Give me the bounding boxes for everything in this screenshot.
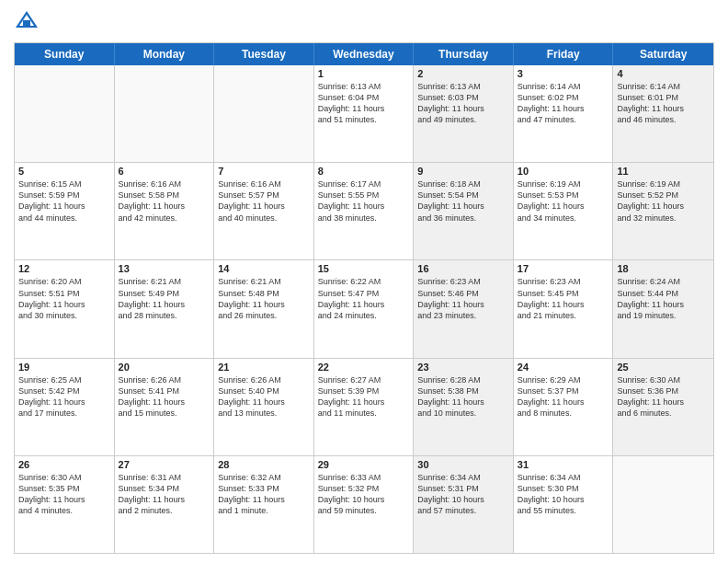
logo [14, 9, 43, 35]
day-of-week-saturday: Saturday [613, 43, 713, 65]
day-info: Sunrise: 6:34 AM Sunset: 5:31 PM Dayligh… [417, 472, 509, 517]
day-number: 5 [18, 166, 110, 177]
day-number: 28 [218, 459, 310, 470]
day-number: 6 [119, 166, 210, 177]
day-cell-19: 19Sunrise: 6:25 AM Sunset: 5:42 PM Dayli… [15, 359, 115, 455]
day-number: 26 [18, 459, 110, 470]
day-cell-24: 24Sunrise: 6:29 AM Sunset: 5:37 PM Dayli… [514, 359, 614, 455]
day-of-week-wednesday: Wednesday [314, 43, 415, 65]
day-info: Sunrise: 6:14 AM Sunset: 6:01 PM Dayligh… [617, 81, 710, 126]
day-number: 8 [318, 166, 410, 177]
day-info: Sunrise: 6:31 AM Sunset: 5:34 PM Dayligh… [119, 472, 210, 517]
day-info: Sunrise: 6:17 AM Sunset: 5:55 PM Dayligh… [318, 178, 410, 224]
day-cell-30: 30Sunrise: 6:34 AM Sunset: 5:31 PM Dayli… [414, 456, 514, 553]
day-number: 21 [218, 362, 310, 373]
empty-cell-0-2 [214, 65, 314, 162]
empty-cell-0-1 [115, 65, 215, 162]
day-info: Sunrise: 6:13 AM Sunset: 6:04 PM Dayligh… [318, 81, 410, 126]
day-number: 24 [518, 362, 609, 373]
header [14, 9, 714, 35]
day-info: Sunrise: 6:30 AM Sunset: 5:36 PM Dayligh… [617, 374, 710, 419]
day-of-week-monday: Monday [115, 43, 215, 65]
day-number: 1 [318, 68, 410, 79]
day-cell-10: 10Sunrise: 6:19 AM Sunset: 5:53 PM Dayli… [514, 163, 614, 259]
day-info: Sunrise: 6:23 AM Sunset: 5:46 PM Dayligh… [417, 276, 509, 321]
day-cell-4: 4Sunrise: 6:14 AM Sunset: 6:01 PM Daylig… [613, 65, 713, 162]
day-number: 30 [417, 459, 509, 470]
day-of-week-tuesday: Tuesday [214, 43, 314, 65]
day-number: 16 [417, 263, 509, 274]
calendar-row-3: 19Sunrise: 6:25 AM Sunset: 5:42 PM Dayli… [15, 359, 713, 456]
day-number: 7 [218, 166, 310, 177]
calendar-row-1: 5Sunrise: 6:15 AM Sunset: 5:59 PM Daylig… [15, 163, 713, 260]
day-cell-12: 12Sunrise: 6:20 AM Sunset: 5:51 PM Dayli… [15, 260, 115, 357]
day-cell-26: 26Sunrise: 6:30 AM Sunset: 5:35 PM Dayli… [15, 456, 115, 553]
svg-rect-2 [23, 20, 30, 28]
day-of-week-sunday: Sunday [15, 43, 115, 65]
day-info: Sunrise: 6:16 AM Sunset: 5:57 PM Dayligh… [218, 178, 310, 224]
day-info: Sunrise: 6:16 AM Sunset: 5:58 PM Dayligh… [119, 178, 210, 224]
day-cell-7: 7Sunrise: 6:16 AM Sunset: 5:57 PM Daylig… [214, 163, 314, 259]
day-info: Sunrise: 6:26 AM Sunset: 5:41 PM Dayligh… [119, 374, 210, 419]
day-info: Sunrise: 6:34 AM Sunset: 5:30 PM Dayligh… [518, 472, 609, 517]
day-cell-28: 28Sunrise: 6:32 AM Sunset: 5:33 PM Dayli… [214, 456, 314, 553]
day-number: 29 [318, 459, 410, 470]
day-info: Sunrise: 6:30 AM Sunset: 5:35 PM Dayligh… [18, 472, 110, 517]
day-info: Sunrise: 6:13 AM Sunset: 6:03 PM Dayligh… [417, 81, 509, 126]
day-info: Sunrise: 6:33 AM Sunset: 5:32 PM Dayligh… [318, 472, 410, 517]
day-number: 19 [18, 362, 110, 373]
day-number: 11 [617, 166, 710, 177]
day-info: Sunrise: 6:25 AM Sunset: 5:42 PM Dayligh… [18, 374, 110, 419]
day-number: 31 [518, 459, 609, 470]
calendar-row-2: 12Sunrise: 6:20 AM Sunset: 5:51 PM Dayli… [15, 260, 713, 358]
day-cell-29: 29Sunrise: 6:33 AM Sunset: 5:32 PM Dayli… [314, 456, 415, 553]
calendar: SundayMondayTuesdayWednesdayThursdayFrid… [14, 42, 714, 554]
day-number: 10 [518, 166, 609, 177]
day-cell-31: 31Sunrise: 6:34 AM Sunset: 5:30 PM Dayli… [514, 456, 614, 553]
calendar-header: SundayMondayTuesdayWednesdayThursdayFrid… [15, 43, 713, 65]
day-number: 4 [617, 68, 710, 79]
logo-icon [14, 9, 40, 35]
day-info: Sunrise: 6:29 AM Sunset: 5:37 PM Dayligh… [518, 374, 609, 419]
day-cell-18: 18Sunrise: 6:24 AM Sunset: 5:44 PM Dayli… [613, 260, 713, 357]
day-cell-17: 17Sunrise: 6:23 AM Sunset: 5:45 PM Dayli… [514, 260, 614, 357]
day-cell-5: 5Sunrise: 6:15 AM Sunset: 5:59 PM Daylig… [15, 163, 115, 259]
day-number: 12 [18, 263, 110, 274]
day-cell-22: 22Sunrise: 6:27 AM Sunset: 5:39 PM Dayli… [314, 359, 415, 455]
day-info: Sunrise: 6:19 AM Sunset: 5:52 PM Dayligh… [617, 178, 710, 224]
day-of-week-thursday: Thursday [414, 43, 514, 65]
day-info: Sunrise: 6:28 AM Sunset: 5:38 PM Dayligh… [417, 374, 509, 419]
day-info: Sunrise: 6:14 AM Sunset: 6:02 PM Dayligh… [518, 81, 609, 126]
day-number: 3 [518, 68, 609, 79]
day-cell-3: 3Sunrise: 6:14 AM Sunset: 6:02 PM Daylig… [514, 65, 614, 162]
day-number: 20 [119, 362, 210, 373]
day-cell-2: 2Sunrise: 6:13 AM Sunset: 6:03 PM Daylig… [414, 65, 514, 162]
day-cell-13: 13Sunrise: 6:21 AM Sunset: 5:49 PM Dayli… [115, 260, 215, 357]
day-number: 22 [318, 362, 410, 373]
day-number: 25 [617, 362, 710, 373]
day-number: 17 [518, 263, 609, 274]
empty-cell-0-0 [15, 65, 115, 162]
day-cell-15: 15Sunrise: 6:22 AM Sunset: 5:47 PM Dayli… [314, 260, 415, 357]
day-cell-9: 9Sunrise: 6:18 AM Sunset: 5:54 PM Daylig… [414, 163, 514, 259]
day-cell-21: 21Sunrise: 6:26 AM Sunset: 5:40 PM Dayli… [214, 359, 314, 455]
calendar-body: 1Sunrise: 6:13 AM Sunset: 6:04 PM Daylig… [15, 65, 713, 553]
calendar-row-4: 26Sunrise: 6:30 AM Sunset: 5:35 PM Dayli… [15, 456, 713, 553]
day-cell-1: 1Sunrise: 6:13 AM Sunset: 6:04 PM Daylig… [314, 65, 415, 162]
day-number: 27 [119, 459, 210, 470]
day-number: 15 [318, 263, 410, 274]
day-cell-16: 16Sunrise: 6:23 AM Sunset: 5:46 PM Dayli… [414, 260, 514, 357]
page: SundayMondayTuesdayWednesdayThursdayFrid… [0, 0, 728, 563]
empty-cell-4-6 [613, 456, 713, 553]
day-info: Sunrise: 6:18 AM Sunset: 5:54 PM Dayligh… [417, 178, 509, 224]
day-cell-27: 27Sunrise: 6:31 AM Sunset: 5:34 PM Dayli… [115, 456, 215, 553]
day-cell-8: 8Sunrise: 6:17 AM Sunset: 5:55 PM Daylig… [314, 163, 415, 259]
day-info: Sunrise: 6:27 AM Sunset: 5:39 PM Dayligh… [318, 374, 410, 419]
day-info: Sunrise: 6:32 AM Sunset: 5:33 PM Dayligh… [218, 472, 310, 517]
day-of-week-friday: Friday [514, 43, 614, 65]
day-info: Sunrise: 6:20 AM Sunset: 5:51 PM Dayligh… [18, 276, 110, 321]
day-cell-11: 11Sunrise: 6:19 AM Sunset: 5:52 PM Dayli… [613, 163, 713, 259]
day-number: 2 [417, 68, 509, 79]
day-info: Sunrise: 6:19 AM Sunset: 5:53 PM Dayligh… [518, 178, 609, 224]
day-number: 9 [417, 166, 509, 177]
